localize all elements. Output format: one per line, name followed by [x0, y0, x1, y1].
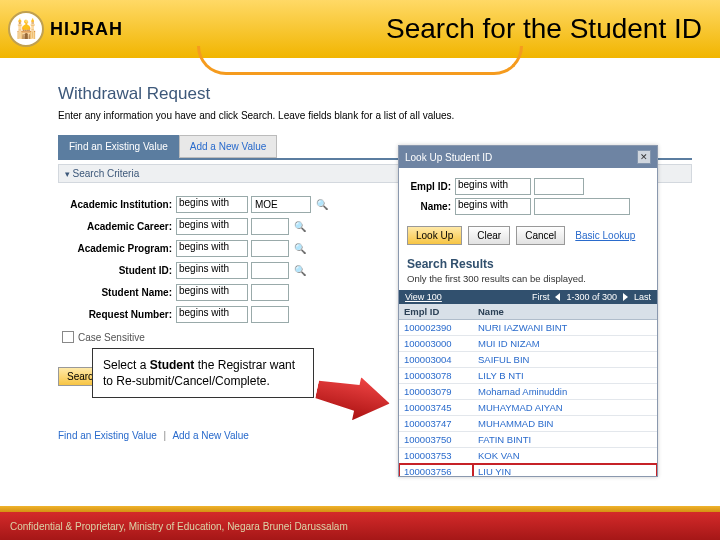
cell-emplid[interactable]: 100002390 — [399, 320, 473, 336]
cell-name[interactable]: FATIN BINTI — [473, 432, 657, 448]
input-academic-institution[interactable] — [251, 196, 311, 213]
logo-icon: 🕌 — [8, 11, 44, 47]
cell-emplid[interactable]: 100003756 — [399, 464, 473, 477]
cell-emplid[interactable]: 100003078 — [399, 368, 473, 384]
footer-text: Confidential & Proprietary, Ministry of … — [0, 521, 348, 532]
lookup-icon[interactable]: 🔍 — [293, 263, 307, 277]
input-student-name[interactable] — [251, 284, 289, 301]
label-student-name: Student Name: — [58, 287, 176, 298]
table-row[interactable]: 100003078LILY B NTI — [399, 368, 657, 384]
table-row[interactable]: 100003004SAIFUL BIN — [399, 352, 657, 368]
lookup-icon[interactable]: 🔍 — [293, 219, 307, 233]
table-row[interactable]: 100003745MUHAYMAD AIYAN — [399, 400, 657, 416]
table-row[interactable]: 100003747MUHAMMAD BIN — [399, 416, 657, 432]
lookup-icon[interactable]: 🔍 — [315, 197, 329, 211]
popup-cancel-button[interactable]: Cancel — [516, 226, 565, 245]
tab-find-existing[interactable]: Find an Existing Value — [58, 135, 179, 158]
label-name: Name: — [407, 201, 455, 212]
cell-name[interactable]: MUHAMMAD BIN — [473, 416, 657, 432]
next-icon[interactable] — [623, 293, 628, 301]
cell-name[interactable]: LILY B NTI — [473, 368, 657, 384]
input-academic-career[interactable] — [251, 218, 289, 235]
cell-emplid[interactable]: 100003004 — [399, 352, 473, 368]
op-student-id[interactable]: begins with — [176, 262, 248, 279]
col-emplid[interactable]: Empl ID — [399, 304, 473, 320]
prev-icon[interactable] — [555, 293, 560, 301]
brand-name: HIJRAH — [50, 19, 123, 40]
label-request-number: Request Number: — [58, 309, 176, 320]
label-academic-career: Academic Career: — [58, 221, 176, 232]
label-student-id: Student ID: — [58, 265, 176, 276]
link-add-new[interactable]: Add a New Value — [172, 430, 249, 441]
close-icon[interactable]: ✕ — [637, 150, 651, 164]
cell-emplid[interactable]: 100003753 — [399, 448, 473, 464]
table-row[interactable]: 100002390NURI IAZWANI BINT — [399, 320, 657, 336]
op-emplid[interactable]: begins with — [455, 178, 531, 195]
op-student-name[interactable]: begins with — [176, 284, 248, 301]
op-request-number[interactable]: begins with — [176, 306, 248, 323]
table-row[interactable]: 100003753KOK VAN — [399, 448, 657, 464]
search-results-sub: Only the first 300 results can be displa… — [407, 273, 649, 284]
search-results-title: Search Results — [407, 257, 649, 271]
callout-box: Select a Student the Registrar want to R… — [92, 348, 314, 398]
table-row[interactable]: 100003079Mohamad Aminuddin — [399, 384, 657, 400]
cell-name[interactable]: Mohamad Aminuddin — [473, 384, 657, 400]
view-100-link[interactable]: View 100 — [405, 292, 442, 302]
cell-emplid[interactable]: 100003745 — [399, 400, 473, 416]
col-name[interactable]: Name — [473, 304, 657, 320]
cell-name[interactable]: LIU YIN — [473, 464, 657, 477]
op-academic-institution[interactable]: begins with — [176, 196, 248, 213]
label-case-sensitive: Case Sensitive — [78, 332, 145, 343]
cell-name[interactable]: MUHAYMAD AIYAN — [473, 400, 657, 416]
range-label: 1-300 of 300 — [566, 292, 617, 302]
input-request-number[interactable] — [251, 306, 289, 323]
popup-title: Look Up Student ID — [405, 152, 492, 163]
page-title: Withdrawal Request — [58, 84, 692, 104]
cell-emplid[interactable]: 100003747 — [399, 416, 473, 432]
cell-emplid[interactable]: 100003750 — [399, 432, 473, 448]
op-name[interactable]: begins with — [455, 198, 531, 215]
cell-name[interactable]: MUI ID NIZAM — [473, 336, 657, 352]
slide-title: Search for the Student ID — [386, 13, 720, 45]
separator: | — [164, 430, 167, 441]
input-name[interactable] — [534, 198, 630, 215]
label-academic-program: Academic Program: — [58, 243, 176, 254]
table-row[interactable]: 100003000MUI ID NIZAM — [399, 336, 657, 352]
last-label: Last — [634, 292, 651, 302]
link-find-existing[interactable]: Find an Existing Value — [58, 430, 157, 441]
label-academic-institution: Academic Institution: — [58, 199, 176, 210]
lookup-button[interactable]: Look Up — [407, 226, 462, 245]
table-row[interactable]: 100003756LIU YIN — [399, 464, 657, 477]
op-academic-program[interactable]: begins with — [176, 240, 248, 257]
label-emplid: Empl ID: — [407, 181, 455, 192]
first-label: First — [532, 292, 550, 302]
lookup-icon[interactable]: 🔍 — [293, 241, 307, 255]
tab-add-new[interactable]: Add a New Value — [179, 135, 278, 158]
cell-name[interactable]: KOK VAN — [473, 448, 657, 464]
checkbox-case-sensitive[interactable] — [62, 331, 74, 343]
table-row[interactable]: 100003750FATIN BINTI — [399, 432, 657, 448]
lookup-popup: Look Up Student ID ✕ Empl ID: begins wit… — [398, 145, 658, 477]
input-student-id[interactable] — [251, 262, 289, 279]
cell-name[interactable]: SAIFUL BIN — [473, 352, 657, 368]
op-academic-career[interactable]: begins with — [176, 218, 248, 235]
input-emplid[interactable] — [534, 178, 584, 195]
basic-lookup-link[interactable]: Basic Lookup — [575, 230, 635, 241]
popup-clear-button[interactable]: Clear — [468, 226, 510, 245]
cell-emplid[interactable]: 100003079 — [399, 384, 473, 400]
page-instruction: Enter any information you have and click… — [58, 110, 692, 121]
cell-emplid[interactable]: 100003000 — [399, 336, 473, 352]
input-academic-program[interactable] — [251, 240, 289, 257]
cell-name[interactable]: NURI IAZWANI BINT — [473, 320, 657, 336]
